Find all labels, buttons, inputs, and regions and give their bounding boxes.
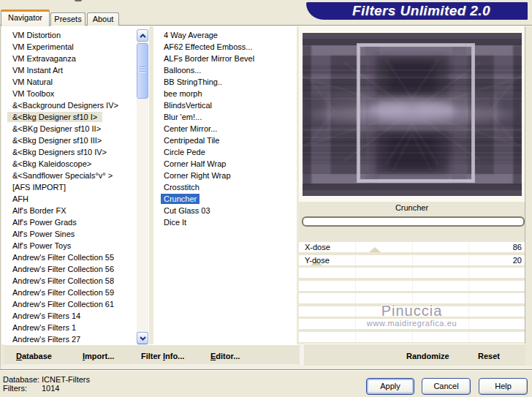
list-item[interactable]: AFH bbox=[1, 194, 149, 205]
list-item[interactable]: Crosstitch bbox=[153, 182, 297, 194]
list-item[interactable]: Circle Pede bbox=[153, 147, 297, 159]
import-button[interactable]: Import... bbox=[83, 352, 114, 360]
scrollbar-thumb[interactable] bbox=[137, 43, 148, 99]
list-item[interactable]: &<Bkg Kaleidoscope> bbox=[1, 159, 149, 170]
list-item-label: Corner Right Wrap bbox=[161, 170, 234, 181]
list-item[interactable]: Alf's Power Grads bbox=[1, 217, 149, 229]
list-item-label: &<BKg Designer sf10 II> bbox=[7, 124, 106, 134]
list-item-label: Balloons... bbox=[161, 65, 204, 75]
cancel-button[interactable]: Cancel bbox=[422, 378, 471, 395]
category-list[interactable]: VM DistortionVM ExperimentalVM Extravaga… bbox=[1, 26, 149, 344]
list-item-label: Andrew's Filter Collection 59 bbox=[7, 287, 119, 298]
param-slider-y-dose[interactable]: Y-dose20 bbox=[299, 255, 525, 265]
list-item[interactable]: Blur 'em!... bbox=[153, 112, 297, 124]
list-item[interactable]: Andrew's Filters 1 bbox=[1, 322, 149, 334]
list-item-label: Alf's Power Toys bbox=[7, 241, 76, 251]
list-item[interactable]: &<Bkg Designer sf10 III> bbox=[1, 135, 149, 147]
list-item[interactable]: VM Extravaganza bbox=[1, 53, 149, 65]
scroll-down-button[interactable] bbox=[137, 332, 148, 344]
list-item-label: Andrew's Filter Collection 61 bbox=[7, 299, 119, 309]
list-item[interactable]: VM Instant Art bbox=[1, 65, 149, 77]
list-item-label: Andrew's Filter Collection 55 bbox=[7, 252, 119, 262]
list-item[interactable]: VM Toolbox bbox=[1, 88, 149, 100]
list-item[interactable]: Andrew's Filter Collection 59 bbox=[1, 287, 149, 299]
list-item[interactable]: BB StringThing.. bbox=[153, 77, 297, 88]
list-item[interactable]: 4 Way Average bbox=[153, 30, 297, 42]
status-database-value: ICNET-Filters bbox=[42, 375, 90, 384]
slider-tick bbox=[355, 242, 356, 252]
param-slider-x-dose[interactable]: X-dose86 bbox=[299, 242, 525, 252]
help-button[interactable]: Help bbox=[479, 378, 528, 395]
list-item[interactable]: Alf's Power Toys bbox=[1, 241, 149, 252]
list-item[interactable]: Andrew's Filter Collection 58 bbox=[1, 276, 149, 287]
list-item[interactable]: Balloons... bbox=[153, 65, 297, 77]
list-item[interactable]: Cut Glass 03 bbox=[153, 205, 297, 217]
slider-tick bbox=[355, 268, 356, 278]
list-item-label: Andrew's Filters 14 bbox=[7, 311, 86, 321]
screen-artifact bbox=[75, 0, 82, 1]
tab-presets[interactable]: Presets bbox=[50, 12, 86, 26]
preview-image bbox=[303, 33, 522, 196]
panel-right-border bbox=[525, 26, 525, 344]
list-item[interactable]: &<Sandflower Specials°v° > bbox=[1, 170, 149, 182]
list-item[interactable]: VM Distortion bbox=[1, 30, 149, 42]
list-item[interactable]: &<Bkg Designers sf10 IV> bbox=[1, 147, 149, 159]
list-item[interactable]: VM Experimental bbox=[1, 42, 149, 53]
list-item-label: bee morph bbox=[161, 88, 205, 99]
list-item-label: Blur 'em!... bbox=[161, 112, 205, 122]
list-item[interactable]: &<Bkg Designer sf10 I> bbox=[1, 112, 149, 124]
list-item[interactable]: &<BKg Designer sf10 II> bbox=[1, 124, 149, 135]
list-item[interactable]: Corner Half Wrap bbox=[153, 159, 297, 170]
dialog-left-edge bbox=[0, 26, 1, 369]
tab-about[interactable]: About bbox=[87, 12, 119, 26]
slider-tick bbox=[355, 255, 356, 265]
apply-button[interactable]: Apply bbox=[366, 378, 414, 395]
list-item[interactable]: Alf's Border FX bbox=[1, 205, 149, 217]
list-item[interactable]: Andrew's Filters 14 bbox=[1, 311, 149, 322]
scroll-up-button[interactable] bbox=[137, 29, 148, 42]
chevron-down-icon bbox=[140, 336, 146, 341]
list-item[interactable]: &<Background Designers IV> bbox=[1, 100, 149, 112]
list-item[interactable]: Center Mirror... bbox=[153, 124, 297, 135]
list-item[interactable]: VM Natural bbox=[1, 77, 149, 88]
list-item-label: VM Toolbox bbox=[7, 88, 59, 99]
randomize-button[interactable]: Randomize bbox=[406, 352, 449, 360]
list-item[interactable]: ALFs Border Mirror Bevel bbox=[153, 53, 297, 65]
list-item-label: Dice It bbox=[161, 217, 189, 227]
progress-bar bbox=[302, 216, 525, 227]
filter-info-button[interactable]: Filter Info... bbox=[141, 352, 184, 360]
list-item-label: Andrew's Filters 27 bbox=[7, 334, 86, 344]
status-database-label: Database: bbox=[3, 375, 41, 384]
list-item[interactable]: Andrew's Filter Collection 56 bbox=[1, 264, 149, 276]
list-item[interactable]: Cruncher bbox=[153, 194, 297, 205]
toolbar-gap bbox=[300, 344, 304, 366]
list-item[interactable]: Andrew's Filter Collection 55 bbox=[1, 252, 149, 264]
list-item[interactable]: Corner Right Wrap bbox=[153, 170, 297, 182]
reset-button[interactable]: Reset bbox=[478, 352, 500, 360]
filter-list[interactable]: 4 Way AverageAF62 Effected Emboss...ALFs… bbox=[153, 26, 297, 344]
list-item[interactable]: AF62 Effected Emboss... bbox=[153, 42, 297, 53]
status-groove-highlight bbox=[0, 370, 532, 371]
list-item-label: VM Natural bbox=[7, 77, 58, 87]
slider-tick bbox=[468, 281, 469, 291]
right-toolbar: Randomize Reset bbox=[299, 344, 525, 366]
left-toolbar: Database Import... Filter Info... Editor… bbox=[4, 344, 300, 366]
list-item[interactable]: Andrew's Filter Collection 61 bbox=[1, 299, 149, 311]
list-item-label: VM Extravaganza bbox=[7, 53, 81, 64]
tab-navigator[interactable]: Navigator bbox=[1, 10, 50, 26]
database-button[interactable]: Database bbox=[16, 352, 52, 360]
list-item[interactable]: Centripedal Tile bbox=[153, 135, 297, 147]
list-item-label: &<Bkg Kaleidoscope> bbox=[7, 159, 96, 169]
list-item-label: Centripedal Tile bbox=[161, 135, 222, 145]
list-item[interactable]: Dice It bbox=[153, 217, 297, 229]
list-item[interactable]: [AFS IMPORT] bbox=[1, 182, 149, 194]
list-item[interactable]: Alf's Power Sines bbox=[1, 229, 149, 241]
slider-tick bbox=[412, 242, 413, 252]
editor-button[interactable]: Editor... bbox=[210, 352, 240, 360]
list-item[interactable]: bee morph bbox=[153, 88, 297, 100]
list-item[interactable]: Andrew's Filters 27 bbox=[1, 334, 149, 344]
watermark-url: www.maidiregrafica.eu bbox=[299, 319, 525, 328]
list-item[interactable]: BlindsVertical bbox=[153, 100, 297, 112]
slider-thumb[interactable] bbox=[369, 247, 381, 252]
list-item-label: BlindsVertical bbox=[161, 100, 215, 110]
